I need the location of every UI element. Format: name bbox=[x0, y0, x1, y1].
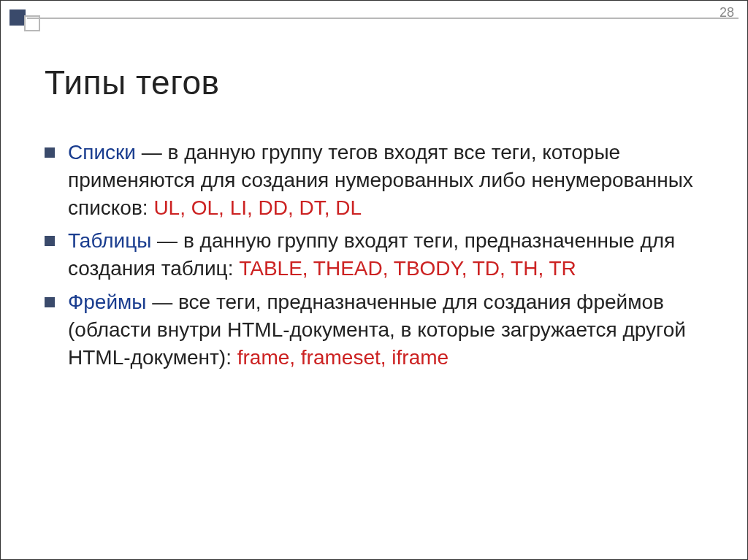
bullet-marker-icon bbox=[45, 236, 55, 246]
slide-decoration bbox=[9, 9, 40, 31]
list-item: Списки — в данную группу тегов входят вс… bbox=[45, 139, 711, 221]
bullet-tags: TABLE, THEAD, TBODY, TD, TH, TR bbox=[239, 257, 576, 280]
bullet-marker-icon bbox=[45, 147, 55, 158]
list-item: Таблицы — в данную группу входят теги, п… bbox=[45, 227, 711, 283]
bullet-tags: UL, OL, LI, DD, DT, DL bbox=[153, 196, 362, 219]
slide-title: Типы тегов bbox=[45, 63, 711, 102]
bullet-term: Списки bbox=[68, 141, 136, 164]
list-item: Фреймы — все теги, предназначенные для с… bbox=[45, 288, 711, 371]
bullet-list: Списки — в данную группу тегов входят вс… bbox=[45, 139, 711, 371]
decoration-line bbox=[27, 18, 739, 19]
bullet-tags: frame, frameset, iframe bbox=[237, 346, 449, 369]
bullet-term: Таблицы bbox=[68, 229, 151, 252]
bullet-term: Фреймы bbox=[68, 291, 146, 313]
bullet-text: Списки — в данную группу тегов входят вс… bbox=[68, 139, 711, 221]
slide-content: Типы тегов Списки — в данную группу тего… bbox=[1, 1, 747, 399]
bullet-text: Таблицы — в данную группу входят теги, п… bbox=[68, 227, 711, 283]
decoration-square-filled bbox=[9, 9, 26, 26]
bullet-marker-icon bbox=[45, 297, 55, 307]
bullet-text: Фреймы — все теги, предназначенные для с… bbox=[68, 288, 711, 371]
page-number: 28 bbox=[720, 5, 734, 20]
